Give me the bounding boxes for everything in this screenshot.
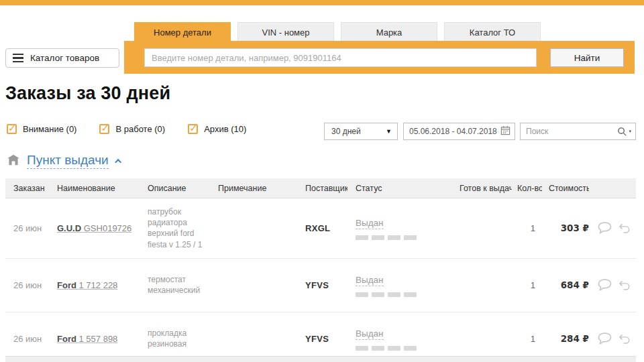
orders-table-header: Заказан Наименование Описание Примечание… bbox=[5, 178, 636, 198]
checkbox-archive[interactable]: Архив (10) bbox=[188, 124, 246, 134]
status-label: Выдан bbox=[356, 218, 384, 229]
comment-icon[interactable] bbox=[597, 278, 612, 292]
date-range-value: 05.06.2018 - 04.07.2018 bbox=[409, 127, 497, 136]
quantity: 1 bbox=[512, 223, 542, 233]
search-tabs: Номер детали VIN - номер Марка Каталог Т… bbox=[134, 22, 541, 42]
chevron-down-icon: ▼ bbox=[386, 128, 392, 135]
tab-part-number[interactable]: Номер детали bbox=[134, 22, 231, 42]
checkbox-archive-label: Архив (10) bbox=[204, 124, 246, 134]
supplier-code: YFVS bbox=[297, 280, 347, 290]
quantity: 1 bbox=[512, 334, 542, 344]
checkbox-attention[interactable]: Внимание (0) bbox=[7, 124, 76, 134]
tab-brand[interactable]: Марка bbox=[341, 22, 437, 42]
orders-table-body: 26 июн G.U.D GSH019726 патрубок радиатор… bbox=[5, 198, 636, 362]
pickup-point-section: Пункт выдачи bbox=[7, 153, 121, 169]
catalog-button[interactable]: Каталог товаров bbox=[5, 48, 119, 68]
part-description: патрубок радиатора верхний ford fiesta v… bbox=[140, 206, 210, 250]
part-link[interactable]: Ford 1 712 228 bbox=[57, 280, 117, 290]
calendar-icon bbox=[500, 125, 511, 137]
status-cell: Выдан bbox=[347, 327, 451, 351]
comment-icon[interactable] bbox=[597, 221, 612, 235]
row-actions bbox=[589, 221, 636, 235]
orders-search-input[interactable] bbox=[526, 127, 606, 136]
status-label: Выдан bbox=[356, 328, 384, 340]
return-icon[interactable] bbox=[617, 333, 631, 345]
orders-table: Заказан Наименование Описание Примечание… bbox=[5, 178, 636, 362]
header-description: Описание bbox=[140, 184, 210, 193]
header-ready: Готов к выдаче bbox=[451, 184, 512, 193]
part-brand: Ford bbox=[57, 280, 76, 290]
header-ordered: Заказан bbox=[5, 184, 49, 193]
checkbox-in-progress-box bbox=[99, 124, 109, 134]
table-row: 26 июн Ford 1 557 898 прокладка резинова… bbox=[5, 312, 636, 362]
price: 684 ₽ bbox=[542, 280, 589, 290]
supplier-code: RXGL bbox=[297, 223, 347, 233]
pickup-point-label: Пункт выдачи bbox=[27, 153, 109, 167]
quantity: 1 bbox=[512, 280, 542, 290]
status-label: Выдан bbox=[356, 275, 384, 286]
status-progress-bars bbox=[356, 235, 451, 240]
header-price: Стоимость bbox=[542, 184, 589, 193]
status-progress-bars bbox=[356, 292, 451, 297]
row-actions bbox=[589, 278, 636, 292]
checkbox-in-progress-label: В работе (0) bbox=[115, 124, 165, 134]
table-row: 26 июн Ford 1 712 228 термостат механиче… bbox=[5, 259, 636, 312]
checkbox-attention-box bbox=[7, 124, 17, 134]
orders-search-field: ▾ bbox=[520, 123, 636, 140]
part-brand: Ford bbox=[57, 334, 76, 344]
header-supplier: Поставщик bbox=[297, 184, 347, 193]
filter-checkboxes: Внимание (0) В работе (0) Архив (10) bbox=[7, 124, 246, 134]
status-progress-bars bbox=[356, 346, 451, 351]
tab-to-catalog[interactable]: Каталог ТО bbox=[444, 22, 541, 42]
page-title: Заказы за 30 дней bbox=[5, 83, 170, 104]
price: 303 ₽ bbox=[542, 223, 589, 233]
header-name: Наименование bbox=[49, 184, 140, 193]
return-icon[interactable] bbox=[617, 222, 631, 235]
period-select[interactable]: 30 дней ▼ bbox=[324, 123, 398, 140]
checkbox-archive-box bbox=[188, 124, 198, 134]
part-name-cell: Ford 1 712 228 bbox=[49, 280, 140, 290]
hamburger-icon bbox=[13, 54, 23, 63]
checkbox-attention-label: Внимание (0) bbox=[23, 124, 76, 134]
supplier-code: YFVS bbox=[297, 334, 347, 344]
order-date: 26 июн bbox=[5, 334, 49, 344]
part-link[interactable]: Ford 1 557 898 bbox=[57, 334, 117, 344]
find-button[interactable]: Найти bbox=[550, 48, 624, 67]
page: Номер детали VIN - номер Марка Каталог Т… bbox=[0, 0, 644, 362]
header-status: Статус bbox=[347, 184, 451, 193]
pickup-point-toggle[interactable]: Пункт выдачи bbox=[27, 153, 109, 169]
comment-icon[interactable] bbox=[597, 332, 612, 345]
row-actions bbox=[589, 332, 636, 345]
part-number: 1 712 228 bbox=[79, 280, 118, 290]
price: 284 ₽ bbox=[542, 333, 589, 344]
part-number: 1 557 898 bbox=[79, 334, 118, 344]
part-name-cell: Ford 1 557 898 bbox=[49, 334, 140, 344]
order-date: 26 июн bbox=[5, 223, 49, 233]
tab-vin-number[interactable]: VIN - номер bbox=[237, 22, 334, 42]
chevron-up-icon bbox=[115, 158, 121, 165]
part-search-input[interactable] bbox=[144, 48, 537, 67]
part-number: GSH019726 bbox=[84, 223, 132, 233]
part-brand: G.U.D bbox=[57, 223, 81, 233]
header-note: Примечание bbox=[210, 184, 297, 193]
search-options-caret-icon: ▾ bbox=[629, 129, 631, 134]
next-section-edge bbox=[5, 356, 636, 362]
order-date: 26 июн bbox=[5, 280, 49, 290]
return-icon[interactable] bbox=[617, 279, 631, 292]
status-cell: Выдан bbox=[347, 274, 451, 297]
search-icon[interactable]: ▾ bbox=[617, 127, 631, 137]
part-name-cell: G.U.D GSH019726 bbox=[49, 223, 140, 233]
table-row: 26 июн G.U.D GSH019726 патрубок радиатор… bbox=[5, 198, 636, 259]
checkbox-in-progress[interactable]: В работе (0) bbox=[99, 124, 165, 134]
part-link[interactable]: G.U.D GSH019726 bbox=[57, 223, 131, 233]
date-range-field[interactable]: 05.06.2018 - 04.07.2018 bbox=[403, 123, 515, 140]
warehouse-icon bbox=[7, 154, 20, 168]
period-select-value: 30 дней bbox=[331, 127, 361, 136]
part-description: термостат механический bbox=[140, 274, 210, 296]
top-accent-bar bbox=[0, 0, 644, 5]
catalog-button-label: Каталог товаров bbox=[30, 53, 99, 63]
header-qty: Кол-во bbox=[512, 184, 542, 193]
status-cell: Выдан bbox=[347, 217, 451, 240]
part-description: прокладка резиновая bbox=[140, 328, 210, 349]
